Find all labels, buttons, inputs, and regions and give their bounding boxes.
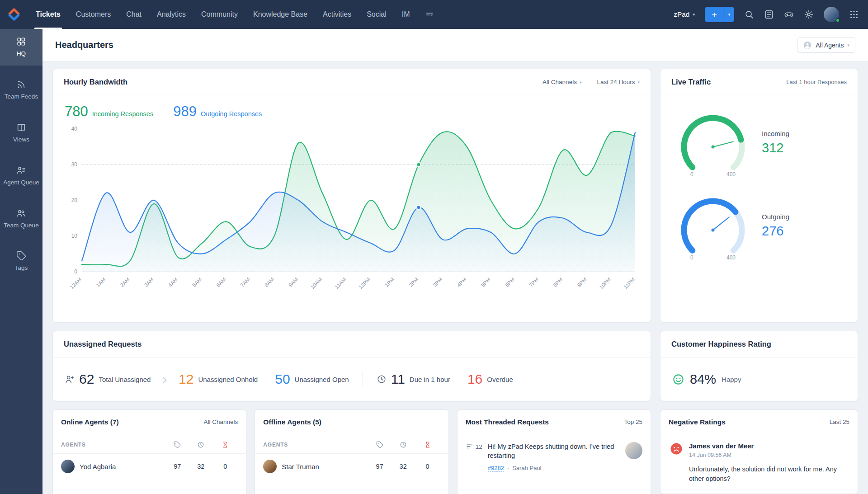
svg-text:2AM: 2AM (119, 277, 131, 288)
apps-grid-icon[interactable] (849, 9, 859, 19)
user-avatar[interactable] (824, 7, 839, 22)
threaded-request-item[interactable]: 12 Hi! My zPad Keeps shutting down. I’ve… (458, 434, 651, 480)
all-agents-label: All Agents (816, 42, 844, 49)
sidebar-item-tags[interactable]: Tags (0, 243, 42, 280)
total-unassigned-stat[interactable]: 62 Total Unassigned (65, 372, 151, 387)
sidebar-item-agent-queue[interactable]: Agent Queue (0, 158, 42, 194)
svg-text:20: 20 (71, 197, 78, 203)
agent-row[interactable]: Yod Agbaria 97 32 0 (53, 454, 246, 479)
ticket-id-link[interactable]: #9282 (488, 465, 504, 472)
channels-filter-label: All Channels (542, 79, 577, 85)
nav-tab-knowledge-base[interactable]: Knowledge Base (245, 0, 315, 29)
total-unassigned-label: Total Unassigned (99, 376, 151, 383)
live-traffic-subtitle: Last 1 hour Responses (786, 79, 847, 85)
time-range-filter[interactable]: Last 24 Hours ▾ (597, 79, 640, 85)
primary-nav: Tickets Customers Chat Analytics Communi… (28, 0, 441, 29)
unassigned-requests-card: Unassigned Requests 62 Total Unassigned … (52, 331, 651, 401)
svg-text:10: 10 (71, 233, 78, 239)
agent-name: Yod Agbaria (80, 463, 116, 470)
all-agents-dropdown[interactable]: All Agents ▾ (797, 38, 855, 53)
tag-column-icon (368, 441, 392, 448)
sidebar-item-team-feeds[interactable]: Team Feeds (0, 72, 42, 108)
svg-text:12AM: 12AM (69, 277, 83, 290)
add-button[interactable]: + (705, 7, 724, 22)
incoming-total-value: 780 (65, 104, 88, 120)
gear-icon[interactable] (804, 9, 814, 19)
workspace-selector[interactable]: zPad ▾ (674, 10, 695, 19)
agents-column-header: AGENTS (263, 442, 368, 448)
chevron-right-icon: › (161, 370, 168, 388)
bandwidth-line-chart[interactable]: 01020304012AM1AM2AM3AM4AM5AM6AM7AM8AM9AM… (53, 122, 651, 303)
last-25-filter[interactable]: Last 25 (830, 419, 849, 425)
nav-tab-chat[interactable]: Chat (118, 0, 149, 29)
agents-table-header: AGENTS (53, 434, 246, 454)
svg-text:4AM: 4AM (167, 277, 179, 288)
channels-filter[interactable]: All Channels ▾ (542, 79, 581, 85)
grid-icon (16, 37, 26, 47)
incoming-total-label: Incoming Responses (92, 110, 153, 118)
nav-tab-im[interactable]: IM (394, 0, 418, 29)
agent-name: Star Truman (282, 463, 319, 470)
gamescope-controller-icon[interactable] (784, 9, 794, 19)
app-logo[interactable] (0, 0, 28, 29)
tag-column-icon (165, 441, 189, 448)
card-title: Customer Happiness Rating (671, 340, 771, 348)
card-title: Negative Ratings (669, 418, 726, 426)
desk-logo-icon (7, 8, 21, 21)
top-25-filter[interactable]: Top 25 (624, 419, 642, 425)
feed-icon (16, 80, 26, 89)
unassigned-open-stat[interactable]: 50 Unassigned Open (275, 372, 349, 387)
add-dropdown-caret[interactable]: ▾ (724, 7, 734, 22)
requester-avatar (625, 442, 642, 459)
gauge-max: 400 (726, 254, 736, 261)
nav-tab-social[interactable]: Social (359, 0, 394, 29)
knowledge-news-icon[interactable] (764, 9, 774, 19)
search-icon[interactable] (744, 9, 754, 19)
overdue-stat[interactable]: 16 Overdue (467, 372, 513, 387)
smiley-icon (672, 373, 684, 386)
card-title: Online Agents (7) (61, 418, 119, 426)
unassigned-onhold-stat[interactable]: 12 Unassigned Onhold (179, 372, 258, 387)
nav-tab-customers[interactable]: Customers (68, 0, 118, 29)
sidebar-item-views[interactable]: Views (0, 115, 42, 151)
nav-tab-analytics[interactable]: Analytics (149, 0, 193, 29)
sidebar-item-team-queue[interactable]: Team Queue (0, 201, 42, 237)
chevron-down-icon: ▾ (580, 80, 582, 85)
tag-icon (16, 251, 26, 261)
svg-text:11AM: 11AM (334, 277, 347, 290)
sidebar-item-hq[interactable]: HQ (0, 29, 42, 66)
svg-text:1PM: 1PM (384, 277, 395, 288)
overdue-label: Overdue (487, 376, 513, 383)
book-icon (16, 122, 26, 132)
svg-text:9AM: 9AM (288, 277, 299, 288)
online-agents-card: Online Agents (7) All Channels AGENTS (52, 409, 246, 494)
thread-count-value: 12 (476, 443, 482, 450)
agent-row[interactable]: Star Truman 97 32 0 (255, 454, 448, 479)
agent-minutes-count: 32 (189, 463, 212, 470)
nav-tab-activities[interactable]: Activities (315, 0, 359, 29)
svg-text:8PM: 8PM (552, 277, 564, 288)
offline-agents-card: Offline Agents (5) AGENTS Star Truman (255, 409, 448, 494)
hourly-bandwidth-card: Hourly Bandwidth All Channels ▾ Last 24 … (52, 69, 651, 323)
negative-rating-item[interactable]: James van der Meer 14 Jun 09:56 AM Unfor… (660, 434, 858, 491)
svg-text:40: 40 (71, 126, 78, 132)
overdue-value: 16 (467, 372, 482, 387)
svg-text:2PM: 2PM (408, 277, 419, 288)
card-title: Hourly Bandwidth (64, 78, 127, 86)
svg-text:9PM: 9PM (576, 277, 588, 288)
negative-ratings-card: Negative Ratings Last 25 James van der M… (660, 409, 858, 494)
online-agents-channel-filter[interactable]: All Channels (204, 419, 238, 425)
due-in-hour-stat[interactable]: 11 Due in 1 hour (377, 372, 450, 387)
ticket-agent-name: Sarah Paul (512, 465, 541, 471)
clock-column-icon (392, 441, 415, 448)
nav-tab-community[interactable]: Community (193, 0, 245, 29)
card-title: Offline Agents (5) (263, 418, 321, 426)
workspace-name: zPad (674, 10, 689, 19)
gauge-min: 0 (690, 171, 693, 178)
agent-overdue-count: 0 (212, 463, 238, 470)
more-tabs-icon[interactable] (418, 0, 441, 29)
left-sidebar: HQ Team Feeds Views Agent Queue Team Que… (0, 29, 42, 494)
nav-tab-tickets[interactable]: Tickets (28, 0, 68, 29)
sidebar-item-label: Agent Queue (3, 179, 39, 187)
incoming-gauge-row: 0 400 Incoming 312 (660, 95, 858, 179)
